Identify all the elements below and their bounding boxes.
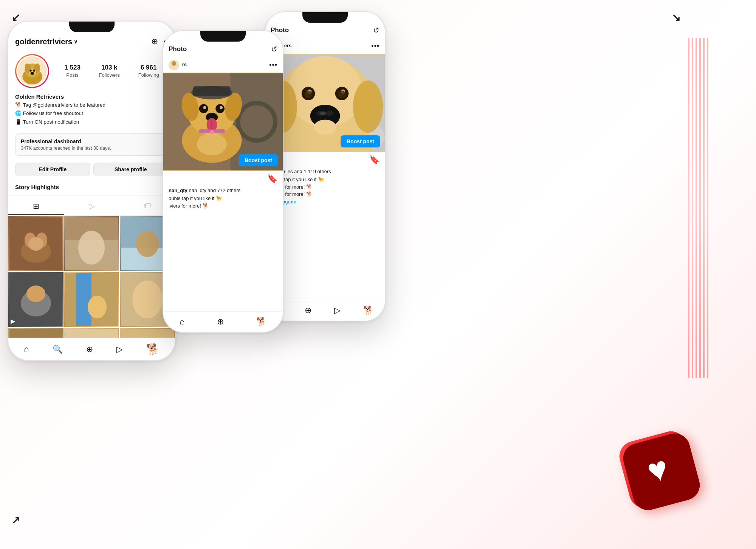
share-profile-button[interactable]: Share profile — [93, 163, 169, 176]
reels-icon[interactable]: ▷ — [116, 344, 123, 354]
p3-undo-icon[interactable]: ↺ — [373, 26, 380, 35]
grid-item-1[interactable] — [8, 216, 64, 271]
svg-point-71 — [305, 90, 312, 98]
p3-bookmark-icon[interactable]: 🔖 — [369, 155, 380, 165]
action-buttons: Edit Profile Share profile — [8, 159, 175, 180]
photo2-caption: ouble tap if you like it 🦮 lviers for mo… — [163, 194, 283, 210]
bottom-navigation: ⌂ 🔍 ⊕ ▷ 🐕 — [8, 338, 175, 360]
svg-point-5 — [29, 69, 32, 71]
avatar[interactable] — [15, 54, 49, 88]
caption-line1: ouble tap if you like it 🦮 — [169, 195, 222, 201]
add-icon[interactable]: ⊕ — [86, 344, 93, 354]
dashboard-subtitle: 347K accounts reached in the last 30 day… — [21, 146, 163, 151]
username-row[interactable]: goldenretrlviers ∨ — [15, 37, 77, 46]
followers-label: Followers — [99, 72, 120, 78]
content-tabs: ⊞ ▷ 🏷 — [8, 198, 175, 216]
profile-stats: 1 523 Posts 103 k Followers 6 961 Follow… — [55, 64, 168, 78]
p3-add-icon[interactable]: ⊕ — [305, 306, 311, 315]
p3-reels-icon[interactable]: ▷ — [334, 306, 341, 315]
photo2-likes: nan_qty nan_qty and 772 others — [163, 187, 283, 194]
highlights-title: Story Highlights — [15, 184, 59, 190]
svg-point-45 — [215, 104, 225, 113]
scene: ↙ ↘ ↗ goldenretrlviers ∨ ⊕ ≡ — [0, 0, 756, 549]
p2-home-icon[interactable]: ⌂ — [180, 317, 184, 327]
svg-point-35 — [172, 61, 176, 66]
followers-count: 103 k — [99, 64, 120, 71]
phone-profile: goldenretrlviers ∨ ⊕ ≡ — [8, 21, 176, 361]
svg-point-53 — [209, 130, 214, 135]
svg-point-76 — [320, 112, 326, 115]
phone1-screen: goldenretrlviers ∨ ⊕ ≡ — [8, 22, 175, 360]
story-highlights-header[interactable]: Story Highlights ⌄ — [8, 180, 175, 195]
svg-point-15 — [78, 231, 105, 265]
grid-item-4[interactable]: ▶ — [8, 272, 64, 327]
svg-point-18 — [136, 231, 159, 257]
bookmark-icon[interactable]: 🔖 — [267, 174, 277, 184]
profile-row: 1 523 Posts 103 k Followers 6 961 Follow… — [8, 50, 175, 92]
photo2-username: rs — [169, 60, 187, 70]
posts-label: Posts — [66, 72, 79, 78]
stat-following[interactable]: 6 961 Following — [138, 64, 159, 78]
p3-profile-icon[interactable]: 🐕 — [363, 306, 373, 315]
chevron-down-icon: ∨ — [74, 39, 77, 45]
display-name: Golden Retrievers — [15, 93, 168, 100]
photo2-image: Boost post — [163, 73, 283, 171]
undo-icon[interactable]: ↺ — [271, 45, 277, 54]
grid-item-5[interactable] — [64, 272, 119, 327]
username3-text: ers — [284, 43, 292, 48]
svg-point-21 — [26, 285, 45, 302]
photo2-title: Photo — [169, 45, 187, 53]
like-cube: ♥ — [616, 428, 699, 511]
edit-profile-button[interactable]: Edit Profile — [15, 163, 90, 176]
svg-point-7 — [30, 72, 34, 75]
dog-avatar-svg — [18, 57, 46, 85]
dashboard-title: Professional dashboard — [21, 138, 163, 144]
stat-followers[interactable]: 103 k Followers — [99, 64, 120, 78]
svg-point-51 — [197, 133, 227, 155]
profile-icon[interactable]: 🐕 — [146, 343, 160, 355]
avatar-image — [17, 56, 47, 86]
svg-point-75 — [326, 111, 333, 116]
bio-section: Golden Retrievers 🐕 Tag @goldenretrlvier… — [8, 92, 175, 130]
phone-notch — [69, 22, 115, 32]
bio-line-1: 🐕 Tag @goldenretrlviers to be featured — [15, 101, 168, 109]
tab-reels[interactable]: ▷ — [64, 198, 119, 215]
likes-bold: nan_qty — [169, 188, 187, 193]
phone-photo-middle: Photo ↺ rs ••• — [163, 30, 284, 333]
corner-arrow-tr: ↘ — [672, 11, 680, 24]
photo3-dots-icon[interactable]: ••• — [371, 42, 380, 50]
username2-text: rs — [182, 62, 187, 67]
home-icon[interactable]: ⌂ — [24, 344, 29, 354]
svg-point-24 — [88, 296, 107, 318]
bio-line-3: 📱 Turn ON post notification — [15, 118, 168, 126]
p3-boost-post-button[interactable]: Boost post — [341, 135, 380, 147]
photo2-username-row: rs ••• — [163, 57, 283, 73]
phone2-notch — [200, 31, 246, 42]
svg-point-72 — [338, 90, 346, 98]
svg-point-6 — [33, 69, 35, 71]
tab-grid[interactable]: ⊞ — [8, 198, 64, 215]
professional-dashboard[interactable]: Professional dashboard 347K accounts rea… — [15, 133, 168, 156]
corner-arrow-bl: ↗ — [11, 514, 20, 526]
grid-image-2 — [64, 216, 119, 271]
likes-text: nan_qty nan_qty and 772 others — [169, 188, 240, 193]
like-button-3d[interactable]: ♥ — [624, 436, 707, 519]
phone2-bottom-nav: ⌂ ⊕ 🐕 — [163, 311, 283, 332]
grid-item-2[interactable] — [64, 216, 119, 271]
posts-count: 1 523 — [64, 64, 81, 71]
photo2-actions: 🔖 — [163, 171, 283, 187]
photo3-header-right: ↺ — [373, 26, 380, 35]
p2-add-icon[interactable]: ⊕ — [217, 317, 224, 327]
boost-post-button[interactable]: Boost post — [239, 154, 278, 166]
grid-image-1 — [8, 216, 64, 271]
stat-posts[interactable]: 1 523 Posts — [64, 64, 81, 78]
add-post-icon[interactable]: ⊕ — [151, 37, 158, 47]
grid-image-5 — [64, 272, 119, 327]
p2-profile-icon[interactable]: 🐕 — [256, 317, 266, 327]
photo2-dots-icon[interactable]: ••• — [269, 61, 277, 69]
following-count: 6 961 — [138, 64, 159, 71]
svg-point-12 — [28, 237, 43, 251]
svg-point-47 — [220, 106, 223, 109]
search-icon[interactable]: 🔍 — [53, 344, 63, 354]
svg-point-65 — [353, 81, 383, 133]
